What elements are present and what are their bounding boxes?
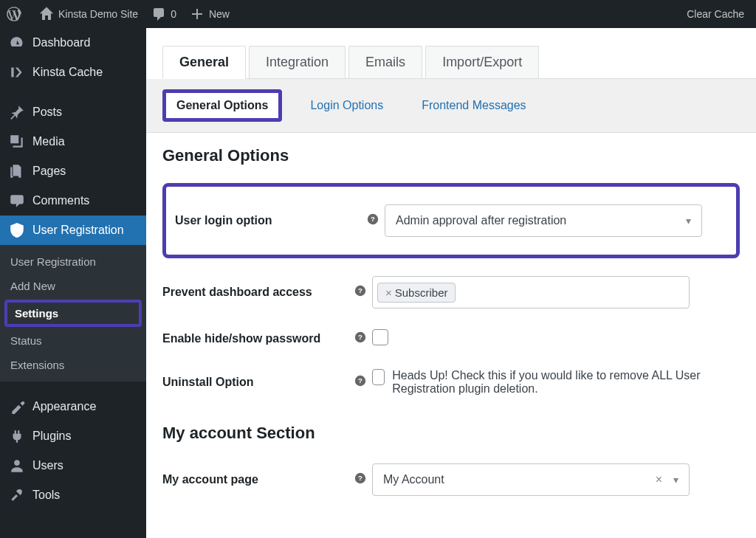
select-value: My Account [383, 473, 444, 486]
enable-hide-show-label: Enable hide/show password [162, 332, 354, 345]
tab-integration[interactable]: Integration [249, 46, 346, 78]
uninstall-option-label: Uninstall Option [162, 376, 354, 389]
sidebar-item-label: Plugins [32, 430, 71, 443]
submenu-item-extensions[interactable]: Extensions [0, 353, 146, 377]
remove-tag-icon[interactable]: × [385, 286, 392, 299]
wp-logo-menu[interactable] [0, 0, 32, 28]
pages-icon [9, 163, 25, 179]
comments-menu[interactable]: 0 [145, 0, 183, 28]
section2-title: My account Section [162, 424, 740, 443]
main-content: General Integration Emails Import/Export… [146, 28, 756, 538]
sidebar-item-plugins[interactable]: Plugins [0, 421, 146, 451]
site-name-label: Kinsta Demo Site [58, 8, 138, 20]
sidebar-item-users[interactable]: Users [0, 451, 146, 480]
dashboard-icon [9, 35, 25, 51]
plugins-icon [9, 428, 25, 444]
submenu-item-status[interactable]: Status [0, 328, 146, 353]
uninstall-option-checkbox[interactable] [372, 369, 385, 385]
role-tag[interactable]: ×Subscriber [377, 283, 456, 303]
new-content-menu[interactable]: New [183, 0, 236, 28]
subtab-login-options[interactable]: Login Options [300, 93, 394, 118]
appearance-icon [9, 399, 25, 415]
sidebar-item-label: Dashboard [32, 36, 90, 49]
wordpress-icon [7, 7, 21, 21]
sidebar-item-label: Kinsta Cache [32, 66, 103, 79]
section-title: General Options [162, 146, 740, 165]
svg-text:?: ? [358, 333, 362, 341]
pin-icon [9, 104, 25, 120]
uninstall-option-desc: Heads Up! Check this if you would like t… [392, 369, 740, 396]
sidebar-item-media[interactable]: Media [0, 127, 146, 156]
sidebar-item-label: Appearance [32, 400, 96, 413]
shield-icon [9, 222, 25, 238]
site-name-menu[interactable]: Kinsta Demo Site [32, 0, 145, 28]
select-value: Admin approval after registration [396, 214, 566, 227]
sidebar-item-user-registration[interactable]: User Registration [0, 215, 146, 245]
tag-label: Subscriber [395, 286, 448, 299]
new-label: New [209, 8, 230, 20]
sidebar-item-label: User Registration [32, 224, 124, 237]
help-icon[interactable]: ? [367, 213, 385, 228]
clear-icon[interactable]: × [656, 473, 662, 486]
help-icon[interactable]: ? [354, 375, 372, 390]
prevent-dashboard-label: Prevent dashboard access [162, 286, 354, 299]
admin-sidebar: Dashboard Kinsta Cache Posts Media Pages… [0, 28, 146, 538]
svg-text:?: ? [371, 215, 375, 223]
user-login-option-select[interactable]: Admin approval after registration [385, 204, 702, 237]
sidebar-item-label: Tools [32, 489, 60, 502]
home-icon [39, 7, 54, 21]
help-icon[interactable]: ? [354, 472, 372, 487]
plus-icon [190, 7, 205, 21]
svg-text:?: ? [358, 286, 362, 294]
sidebar-item-comments[interactable]: Comments [0, 186, 146, 215]
tab-emails[interactable]: Emails [348, 46, 422, 78]
media-icon [9, 134, 25, 150]
comment-icon [151, 7, 166, 21]
comments-icon [9, 193, 25, 209]
my-account-page-label: My account page [162, 473, 354, 486]
svg-text:?: ? [358, 376, 362, 384]
subtab-frontend-messages[interactable]: Frontend Messages [411, 93, 536, 118]
my-account-page-select[interactable]: My Account × [372, 463, 690, 496]
help-icon[interactable]: ? [354, 285, 372, 300]
tab-import-export[interactable]: Import/Export [425, 46, 539, 78]
user-login-option-label: User login option [175, 214, 367, 227]
sidebar-item-posts[interactable]: Posts [0, 97, 146, 127]
admin-bar: Kinsta Demo Site 0 New Clear Cache [0, 0, 756, 28]
enable-hide-show-checkbox[interactable] [372, 329, 388, 345]
comments-count: 0 [171, 8, 176, 20]
kinsta-icon [9, 64, 25, 80]
svg-text:?: ? [358, 474, 362, 482]
settings-tabs: General Integration Emails Import/Export [162, 46, 756, 79]
sidebar-item-dashboard[interactable]: Dashboard [0, 28, 146, 58]
sidebar-item-kinsta-cache[interactable]: Kinsta Cache [0, 58, 146, 87]
help-icon[interactable]: ? [354, 331, 372, 346]
sidebar-item-label: Posts [32, 106, 62, 119]
users-icon [9, 458, 25, 474]
sidebar-item-label: Pages [32, 165, 66, 178]
submenu-item-add-new[interactable]: Add New [0, 274, 146, 298]
clear-cache-label: Clear Cache [687, 8, 744, 20]
sidebar-item-label: Users [32, 459, 63, 472]
tab-general[interactable]: General [162, 46, 246, 79]
submenu-item-settings[interactable]: Settings [4, 300, 142, 327]
sidebar-item-pages[interactable]: Pages [0, 156, 146, 186]
clear-cache-button[interactable]: Clear Cache [680, 0, 756, 28]
sidebar-item-tools[interactable]: Tools [0, 480, 146, 510]
sidebar-item-appearance[interactable]: Appearance [0, 392, 146, 421]
sidebar-item-label: Comments [32, 194, 89, 207]
subtab-general-options[interactable]: General Options [162, 89, 282, 122]
sidebar-submenu: User Registration Add New Settings Statu… [0, 245, 146, 382]
submenu-item-user-registration[interactable]: User Registration [0, 249, 146, 274]
sidebar-item-label: Media [32, 135, 65, 148]
tools-icon [9, 487, 25, 503]
settings-subtabs: General Options Login Options Frontend M… [146, 79, 756, 133]
user-login-option-highlight: User login option ? Admin approval after… [162, 183, 740, 258]
prevent-dashboard-input[interactable]: ×Subscriber [372, 276, 690, 308]
